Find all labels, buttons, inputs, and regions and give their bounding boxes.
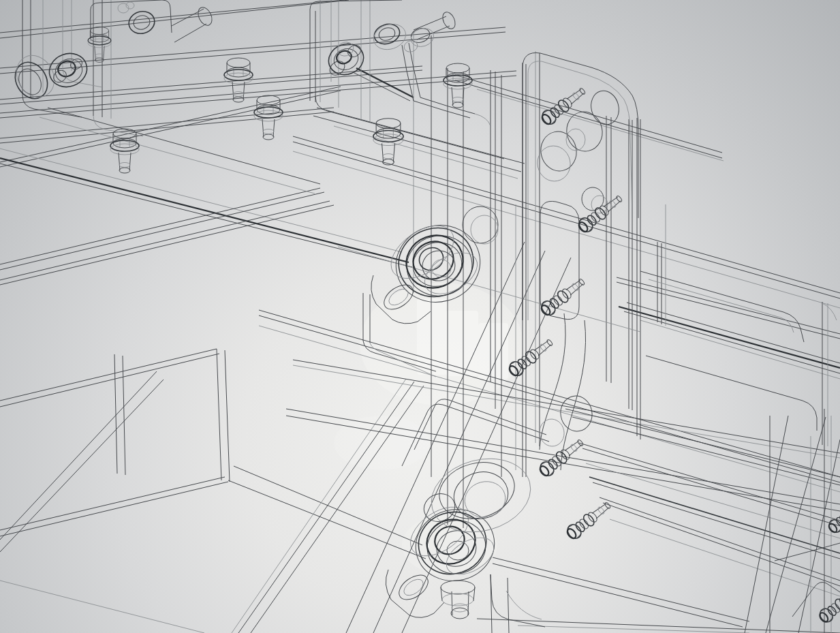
wireframe-canvas[interactable] bbox=[0, 0, 840, 633]
cad-wireframe-viewport[interactable] bbox=[0, 0, 840, 633]
